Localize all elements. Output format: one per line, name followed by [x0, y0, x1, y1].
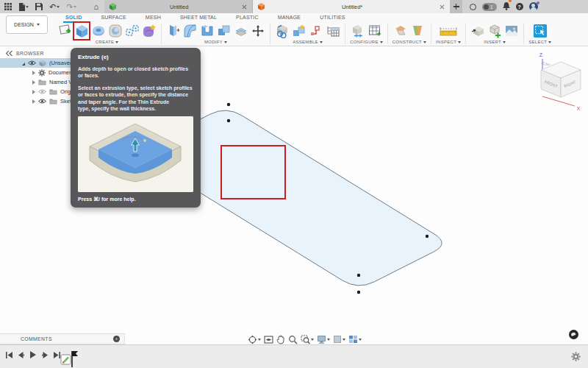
go-to-end-button[interactable]: [54, 352, 60, 358]
notifications-button[interactable]: [503, 0, 510, 13]
configuration-table-button[interactable]: [368, 23, 382, 39]
configure-menu[interactable]: CONFIGURE: [350, 40, 383, 44]
insert-menu[interactable]: INSERT: [484, 40, 506, 44]
step-back-button[interactable]: [18, 352, 24, 358]
construct-axis-button[interactable]: [410, 23, 425, 39]
user-avatar[interactable]: [529, 2, 538, 11]
construct-plane-button[interactable]: [393, 23, 408, 39]
modify-menu[interactable]: MODIFY: [204, 40, 227, 44]
select-menu[interactable]: SELECT: [528, 40, 551, 44]
tab-solid[interactable]: SOLID: [56, 13, 91, 22]
pan-button[interactable]: [276, 335, 285, 344]
create-form-button[interactable]: [142, 23, 157, 39]
create-sketch-button[interactable]: [57, 23, 72, 39]
chevron-down-icon: [224, 41, 227, 43]
canvas-button[interactable]: [504, 23, 519, 39]
go-to-start-button[interactable]: [6, 352, 12, 358]
axis-z-label: Z: [539, 52, 543, 57]
view-cube[interactable]: TOP FRONT RIGHT Z X: [520, 50, 587, 113]
save-button[interactable]: [35, 3, 43, 10]
document-tab-untitled-active[interactable]: Untitled*: [253, 0, 450, 13]
eye-hidden-icon[interactable]: [38, 89, 46, 94]
press-pull-button[interactable]: [166, 23, 181, 39]
zoom-button[interactable]: [288, 335, 298, 344]
workspace-switcher-design[interactable]: DESIGN: [6, 15, 48, 34]
job-status-icon[interactable]: [470, 4, 476, 10]
help-icon: ?: [518, 4, 521, 10]
new-tab-button[interactable]: [450, 0, 462, 13]
offset-face-button[interactable]: [234, 23, 248, 39]
capture-badge-icon[interactable]: [569, 330, 578, 339]
expand-caret-icon[interactable]: [32, 71, 35, 75]
chevron-down-icon: [26, 6, 29, 8]
comments-panel[interactable]: COMMENTS: [0, 333, 125, 344]
group-label: MODIFY: [204, 40, 223, 44]
document-tab-untitled[interactable]: Untitled: [104, 0, 253, 13]
display-settings-button[interactable]: [317, 335, 330, 344]
measure-button[interactable]: [437, 23, 459, 39]
tab-plastic[interactable]: PLASTIC: [226, 13, 268, 22]
canvas-viewport[interactable]: BROWSER (Unsaved) Document Settings Name…: [0, 46, 588, 344]
select-button[interactable]: [533, 23, 548, 39]
close-tab-icon[interactable]: [440, 4, 445, 10]
tab-surface[interactable]: SURFACE: [91, 13, 135, 22]
chevron-down-icon: [258, 339, 261, 341]
undo-button[interactable]: ↶: [49, 3, 60, 11]
tab-utilities[interactable]: UTILITIES: [310, 13, 354, 22]
timeline-sketch-feature[interactable]: [60, 350, 79, 368]
tab-manage[interactable]: MANAGE: [268, 13, 311, 22]
create-menu[interactable]: CREATE: [96, 40, 119, 44]
eye-icon[interactable]: [38, 99, 46, 104]
viewcube-top-label[interactable]: TOP: [539, 61, 551, 67]
tab-sheet-metal[interactable]: SHEET METAL: [171, 13, 226, 22]
viewports-button[interactable]: [348, 335, 362, 344]
step-forward-button[interactable]: [42, 352, 49, 358]
expand-caret-icon[interactable]: [22, 60, 25, 66]
eye-icon[interactable]: [28, 60, 36, 66]
redo-button[interactable]: ↷: [66, 3, 76, 11]
grid-layout-button[interactable]: [333, 335, 345, 344]
shell-button[interactable]: [200, 23, 215, 39]
configure-button[interactable]: [351, 23, 365, 39]
close-tab-icon[interactable]: [242, 4, 247, 10]
help-button[interactable]: ?: [516, 3, 523, 10]
revolve-button[interactable]: [91, 23, 106, 39]
tooltip-text: Select an extrusion type, select sketch …: [78, 85, 193, 91]
undo-icon: ↶: [49, 3, 56, 11]
insert-derive-button[interactable]: [470, 23, 485, 39]
apps-grid-icon[interactable]: [4, 3, 12, 10]
zoom-window-button[interactable]: [301, 335, 314, 344]
extensions-badge[interactable]: 1: [482, 3, 497, 11]
tab-mesh[interactable]: MESH: [136, 13, 171, 22]
tooltip-footer: Press ⌘/ for more help.: [78, 197, 193, 202]
timeline-settings-button[interactable]: [571, 351, 581, 364]
expand-caret-icon[interactable]: [32, 90, 35, 94]
insert-mesh-button[interactable]: [487, 23, 502, 39]
rectangular-pattern-button[interactable]: [125, 23, 140, 39]
look-at-button[interactable]: [264, 336, 273, 344]
home-button[interactable]: ⌂: [93, 3, 98, 11]
chevron-down-icon: [423, 41, 426, 43]
combine-button[interactable]: [217, 23, 232, 39]
expand-caret-icon[interactable]: [32, 99, 35, 104]
inspect-menu[interactable]: INSPECT: [436, 40, 461, 44]
new-component-button[interactable]: [275, 23, 290, 39]
collapse-panel-icon[interactable]: [6, 51, 12, 56]
orbit-button[interactable]: [248, 335, 261, 344]
file-menu-button[interactable]: [18, 3, 29, 11]
joint-button[interactable]: [292, 23, 306, 39]
assemble-menu[interactable]: ASSEMBLE: [293, 40, 323, 44]
divider: [387, 24, 388, 44]
construct-menu[interactable]: CONSTRUCT: [392, 40, 426, 44]
expand-caret-icon[interactable]: [32, 80, 35, 85]
play-button[interactable]: [29, 351, 37, 358]
fillet-button[interactable]: [183, 23, 198, 39]
extrude-button[interactable]: [74, 23, 89, 39]
group-modify: MODIFY: [163, 22, 268, 46]
move-copy-button[interactable]: [251, 23, 265, 39]
design-label: DESIGN: [14, 22, 34, 27]
as-built-joint-button[interactable]: [309, 23, 323, 39]
hole-button[interactable]: [108, 23, 123, 39]
motion-study-button[interactable]: [326, 23, 340, 39]
divider: [431, 24, 431, 44]
